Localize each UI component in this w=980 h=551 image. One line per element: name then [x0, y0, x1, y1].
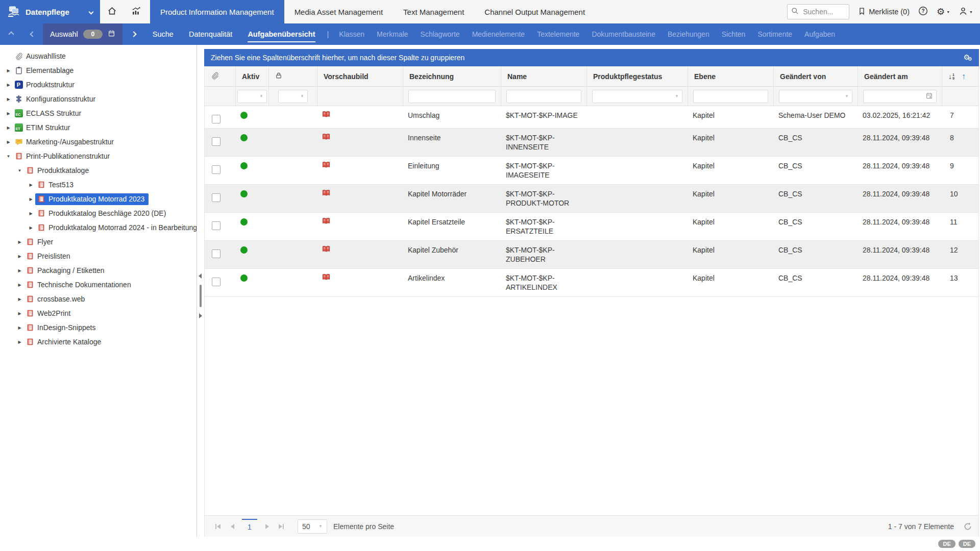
column-header-aktiv[interactable]: Aktiv — [235, 66, 268, 86]
tree-item-produktkatalog-motorrad-2024-in-bearbeitung[interactable]: ▶Produktkatalog Motorrad 2024 - in Bearb… — [0, 220, 197, 235]
page-size-select[interactable]: 50 ▼ — [298, 519, 327, 534]
preview-book-icon[interactable] — [322, 134, 330, 142]
preview-book-icon[interactable] — [322, 111, 330, 119]
filter-select-lock[interactable]: ▼ — [278, 90, 308, 103]
expander-collapsed-icon[interactable]: ▶ — [4, 83, 13, 87]
toolbar-tab-aufgaben[interactable]: Aufgaben — [804, 23, 835, 45]
tree-item-elementablage[interactable]: ▶Elementablage — [0, 63, 197, 78]
previous-page-button[interactable] — [225, 519, 239, 534]
column-header-name[interactable]: Name — [501, 66, 586, 86]
row-checkbox[interactable] — [212, 115, 220, 123]
column-header-attach[interactable] — [205, 66, 235, 86]
column-settings-button[interactable]: ⚙ ⚙ — [963, 54, 972, 62]
tree-item-print-publikationenstruktur[interactable]: ▼Print-Publikationenstruktur — [0, 149, 197, 163]
preview-book-icon[interactable] — [322, 218, 330, 226]
app-switcher[interactable]: Datenpflege — [0, 0, 100, 23]
expander-collapsed-icon[interactable]: ▶ — [4, 140, 13, 144]
expander-collapsed-icon[interactable]: ▶ — [4, 68, 13, 73]
tree-item-packaging-etiketten[interactable]: ▶Packaging / Etiketten — [0, 263, 197, 278]
row-checkbox[interactable] — [212, 165, 220, 174]
tree-item-web2print[interactable]: ▶Web2Print — [0, 306, 197, 320]
toolbar-tab-suche[interactable]: Suche — [153, 23, 174, 45]
expander-collapsed-icon[interactable]: ▶ — [4, 97, 13, 102]
tree-item-test513[interactable]: ▶Test513 — [0, 178, 197, 192]
next-page-button[interactable] — [260, 519, 274, 534]
module-tab-channel-output-management[interactable]: Channel Output Management — [474, 0, 595, 23]
expander-collapsed-icon[interactable]: ▶ — [15, 340, 24, 344]
column-header-ebene[interactable]: Ebene — [688, 66, 773, 86]
dashboard-button[interactable] — [124, 0, 148, 23]
module-tab-text-management[interactable]: Text Management — [393, 0, 474, 23]
calendar-icon[interactable] — [925, 92, 933, 101]
sort-numeric-icon[interactable]: ↓19 — [948, 72, 954, 81]
table-row[interactable]: Artikelindex$KT-MOT-$KP-ARTIKELINDEXKapi… — [205, 269, 978, 297]
toolbar-tab-textelemente[interactable]: Textelemente — [537, 23, 579, 45]
expander-collapsed-icon[interactable]: ▶ — [15, 254, 24, 259]
navigate-forward-button[interactable] — [122, 23, 145, 45]
expander-collapsed-icon[interactable]: ▶ — [4, 126, 13, 130]
filter-date-geaendert_am[interactable] — [863, 90, 937, 103]
home-button[interactable] — [100, 0, 124, 23]
toolbar-tab-sichten[interactable]: Sichten — [722, 23, 746, 45]
expander-collapsed-icon[interactable]: ▶ — [4, 111, 13, 116]
settings-menu-button[interactable]: ⚙ ▼ — [937, 7, 950, 16]
splitter-handle[interactable] — [200, 285, 202, 307]
expander-collapsed-icon[interactable]: ▶ — [15, 268, 24, 273]
table-row[interactable]: Kapitel Motorräder$KT-MOT-$KP-PRODUKT-MO… — [205, 185, 978, 213]
preview-book-icon[interactable] — [322, 274, 330, 282]
tree-item-konfigurationsstruktur[interactable]: ▶Konfigurationsstruktur — [0, 92, 197, 106]
toolbar-tab-schlagworte[interactable]: Schlagworte — [421, 23, 460, 45]
filter-input-name[interactable] — [506, 90, 581, 103]
expander-collapsed-icon[interactable]: ▶ — [15, 240, 24, 244]
language-badge[interactable]: DE — [959, 540, 975, 548]
toolbar-tab-sortimente[interactable]: Sortimente — [757, 23, 792, 45]
navigate-back-button[interactable] — [22, 23, 43, 45]
column-header-geaendert_von[interactable]: Geändert von — [773, 66, 857, 86]
toolbar-tab-medienelemente[interactable]: Medienelemente — [472, 23, 525, 45]
toolbar-tab-dokumentbausteine[interactable]: Dokumentbausteine — [592, 23, 655, 45]
tree-item-crossbase-web[interactable]: ▶crossbase.web — [0, 292, 197, 306]
column-header-lock[interactable] — [268, 66, 317, 86]
expander-collapsed-icon[interactable]: ▶ — [15, 297, 24, 302]
tree-item-marketing-ausgabestruktur[interactable]: ▶Marketing-/Ausgabestruktur — [0, 135, 197, 149]
expander-collapsed-icon[interactable]: ▶ — [15, 325, 24, 330]
tree-item-preislisten[interactable]: ▶Preislisten — [0, 249, 197, 263]
filter-input-ebene[interactable] — [693, 90, 768, 103]
preview-book-icon[interactable] — [322, 246, 330, 254]
table-row[interactable]: Kapitel Zubehör$KT-MOT-$KP-ZUBEHOERKapit… — [205, 241, 978, 269]
language-badge[interactable]: DE — [938, 540, 955, 548]
column-header-produktpflegestatus[interactable]: Produktpflegestatus — [586, 66, 688, 86]
column-header-sort[interactable]: ↓19↑ — [942, 66, 978, 86]
tree-item-eclass-struktur[interactable]: ▶ECECLASS Struktur — [0, 106, 197, 120]
column-header-geaendert_am[interactable]: Geändert am — [857, 66, 942, 86]
row-checkbox[interactable] — [212, 278, 220, 286]
sort-ascending-icon[interactable]: ↑ — [962, 72, 966, 81]
module-tab-product-information-management[interactable]: Product Information Management — [150, 0, 284, 23]
tree-item-produktkatalog-beschl-ge-2020-de[interactable]: ▶Produktkatalog Beschläge 2020 (DE) — [0, 206, 197, 220]
sidebar-splitter[interactable] — [197, 45, 204, 537]
table-row[interactable]: Einleitung$KT-MOT-$KP-IMAGESEITEKapitelC… — [205, 157, 978, 185]
tree-item-produktstruktur[interactable]: ▶PProduktstruktur — [0, 78, 197, 92]
user-menu-button[interactable]: ▼ — [959, 7, 973, 17]
current-page-button[interactable]: 1 — [242, 519, 257, 534]
first-page-button[interactable] — [211, 519, 225, 534]
merkliste-button[interactable]: Merkliste (0) — [858, 7, 910, 17]
filter-combo-produktpflegestatus[interactable]: ▼ — [592, 90, 682, 103]
tree-item-produktkataloge[interactable]: ▼Produktkataloge — [0, 163, 197, 178]
tree-item-produktkatalog-motorrad-2023[interactable]: ▶Produktkatalog Motorrad 2023 — [0, 192, 197, 206]
toolbar-tab-datenqualit-t[interactable]: Datenqualität — [189, 23, 232, 45]
tree-item-indesign-snippets[interactable]: ▶InDesign-Snippets — [0, 320, 197, 335]
expander-collapsed-icon[interactable]: ▶ — [15, 311, 24, 316]
navigate-up-button[interactable] — [0, 23, 22, 45]
filter-input-bezeichnung[interactable] — [408, 90, 496, 103]
tree-item-technische-dokumentationen[interactable]: ▶Technische Dokumentationen — [0, 278, 197, 292]
filter-combo-geaendert_von[interactable]: ▼ — [779, 90, 852, 103]
row-checkbox[interactable] — [212, 137, 220, 146]
collapse-sidebar-icon[interactable] — [199, 273, 202, 279]
last-page-button[interactable] — [274, 519, 288, 534]
table-row[interactable]: Innenseite$KT-MOT-$KP-INNENSEITEKapitelC… — [205, 129, 978, 157]
toolbar-tab-klassen[interactable]: Klassen — [339, 23, 364, 45]
table-row[interactable]: Kapitel Ersatzteile$KT-MOT-$KP-ERSATZTEI… — [205, 213, 978, 241]
module-tab-media-asset-management[interactable]: Media Asset Management — [284, 0, 393, 23]
table-row[interactable]: Umschlag$KT-MOT-$KP-IMAGEKapitelSchema-U… — [205, 106, 978, 129]
